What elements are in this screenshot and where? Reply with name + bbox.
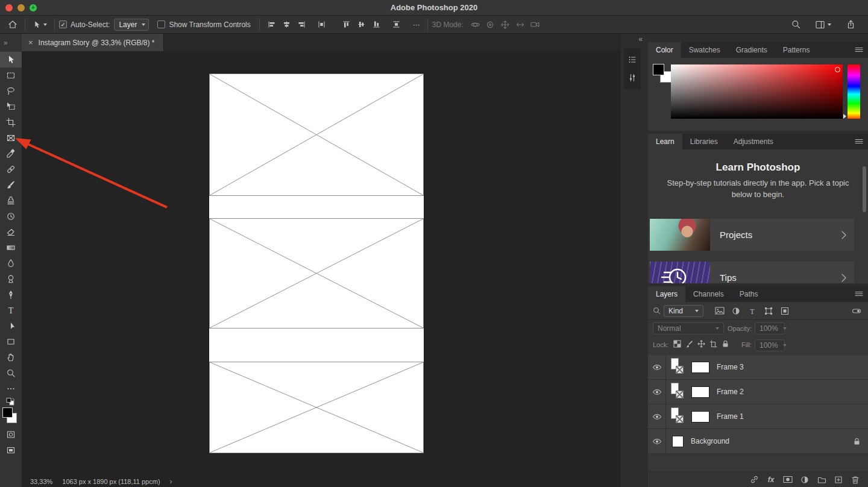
distribute-vertical-button[interactable] [389, 17, 404, 32]
rectangle-tool[interactable] [0, 334, 22, 350]
3d-camera-button[interactable] [528, 17, 543, 32]
zoom-level[interactable]: 33,33% [30, 478, 52, 485]
align-bottom-button[interactable] [369, 17, 384, 32]
screen-mode-button[interactable] [0, 442, 22, 458]
layer-visibility-toggle[interactable] [648, 404, 666, 429]
saturation-brightness-field[interactable] [671, 64, 843, 119]
search-button[interactable] [788, 17, 804, 32]
document-info[interactable]: 1063 px x 1890 px (118,11 ppcm) [62, 478, 160, 485]
edit-toolbar-button[interactable] [0, 381, 22, 397]
3d-roll-button[interactable] [483, 17, 498, 32]
eyedropper-tool[interactable] [0, 146, 22, 162]
zoom-window-button[interactable] [30, 4, 37, 11]
learn-card-projects[interactable]: Projects [650, 219, 854, 251]
tab-adjustments[interactable]: Adjustments [726, 134, 781, 149]
tab-channels[interactable]: Channels [685, 286, 732, 302]
distribute-horizontal-button[interactable] [314, 17, 329, 32]
lock-transparency-icon[interactable] [673, 340, 681, 348]
layer-effects-button[interactable]: fx [764, 474, 778, 486]
lasso-tool[interactable] [0, 83, 22, 99]
share-button[interactable] [843, 17, 858, 32]
frame-layer-thumbnail[interactable] [671, 358, 685, 376]
foreground-color-swatch[interactable] [653, 64, 664, 75]
spot-healing-brush-tool[interactable] [0, 162, 22, 177]
layer-name[interactable]: Frame 1 [717, 412, 744, 421]
default-swap-colors-widget[interactable] [0, 397, 22, 406]
layer-row-background[interactable]: Background [648, 429, 868, 454]
placeholder-frame-1[interactable] [209, 74, 424, 196]
frame-layer-thumbnail[interactable] [671, 407, 685, 426]
delete-layer-button[interactable] [849, 474, 862, 486]
tab-patterns[interactable]: Patterns [775, 42, 818, 58]
document-tab[interactable]: × Instagram Story @ 33,3% (RGB/8) * [22, 34, 164, 51]
frame-tool[interactable] [0, 130, 22, 146]
more-align-options-button[interactable]: ··· [410, 17, 423, 32]
crop-tool[interactable] [0, 115, 22, 130]
filter-smart-objects-button[interactable] [778, 305, 791, 317]
tab-color[interactable]: Color [648, 42, 681, 58]
minimize-window-button[interactable] [17, 4, 25, 11]
filter-toggle-switch[interactable] [850, 305, 863, 317]
link-layers-button[interactable] [747, 474, 761, 486]
path-selection-tool[interactable] [0, 318, 22, 334]
scrollbar-thumb[interactable] [863, 166, 866, 212]
opacity-input[interactable]: 100% [755, 322, 785, 335]
move-tool[interactable] [0, 52, 22, 68]
layer-name[interactable]: Frame 3 [717, 363, 744, 371]
layer-visibility-toggle[interactable] [648, 380, 666, 404]
zoom-tool[interactable] [0, 365, 22, 381]
auto-select-target-dropdown[interactable]: Layer [114, 19, 149, 31]
dodge-tool[interactable] [0, 271, 22, 287]
collapsed-panel-button-2[interactable] [624, 69, 641, 87]
panel-menu-button[interactable] [855, 139, 863, 145]
new-layer-button[interactable] [832, 474, 845, 486]
align-horizontal-centers-button[interactable] [279, 17, 294, 32]
layer-name[interactable]: Frame 2 [717, 388, 744, 396]
new-adjustment-layer-button[interactable] [798, 474, 811, 486]
workspace-switcher-button[interactable] [813, 17, 834, 32]
toolbar-expand-chevron[interactable]: » [0, 34, 22, 52]
brush-tool[interactable] [0, 177, 22, 193]
foreground-color-swatch[interactable] [2, 407, 13, 418]
hue-slider[interactable] [848, 64, 860, 119]
placeholder-frame-3[interactable] [209, 362, 424, 453]
close-window-button[interactable] [5, 4, 13, 11]
frame-layer-thumbnail[interactable] [671, 383, 685, 401]
background-layer-thumbnail[interactable] [672, 436, 684, 447]
panel-menu-button[interactable] [855, 291, 863, 298]
learn-card-tips[interactable]: Tips [650, 262, 854, 283]
lock-image-icon[interactable] [685, 340, 693, 348]
3d-pan-button[interactable] [498, 17, 513, 32]
tab-learn[interactable]: Learn [648, 134, 682, 149]
panel-menu-button[interactable] [855, 47, 863, 54]
fill-input[interactable]: 100% [755, 339, 785, 351]
new-group-button[interactable] [815, 474, 828, 486]
history-brush-tool[interactable] [0, 209, 22, 224]
filter-shape-layers-button[interactable] [762, 305, 775, 317]
frame-content-thumbnail[interactable] [691, 411, 709, 423]
layer-row-frame-1[interactable]: Frame 1 [648, 404, 868, 429]
align-vertical-centers-button[interactable] [354, 17, 369, 32]
layer-name[interactable]: Background [691, 437, 729, 445]
filter-adjustment-layers-button[interactable] [729, 305, 743, 317]
layer-row-frame-2[interactable]: Frame 2 [648, 380, 868, 404]
rectangular-marquee-tool[interactable] [0, 68, 22, 83]
color-picker-handle[interactable] [835, 67, 840, 72]
canvas-area[interactable]: 33,33% 1063 px x 1890 px (118,11 ppcm) › [22, 51, 621, 487]
status-chevron-icon[interactable]: › [170, 477, 172, 486]
tool-preset-button[interactable] [30, 17, 50, 32]
frame-content-thumbnail[interactable] [691, 362, 709, 373]
lock-position-icon[interactable] [697, 340, 705, 348]
frame-content-thumbnail[interactable] [691, 386, 709, 398]
collapsed-panel-button-1[interactable] [624, 51, 641, 69]
tab-gradients[interactable]: Gradients [728, 42, 775, 58]
tab-libraries[interactable]: Libraries [682, 134, 726, 149]
tab-paths[interactable]: Paths [732, 286, 766, 302]
blur-tool[interactable] [0, 256, 22, 271]
layer-row-frame-3[interactable]: Frame 3 [648, 355, 868, 380]
gradient-tool[interactable] [0, 240, 22, 256]
filter-kind-dropdown[interactable]: Kind [664, 305, 703, 317]
lock-all-icon[interactable] [722, 340, 729, 348]
align-top-button[interactable] [339, 17, 354, 32]
align-left-button[interactable] [264, 17, 279, 32]
